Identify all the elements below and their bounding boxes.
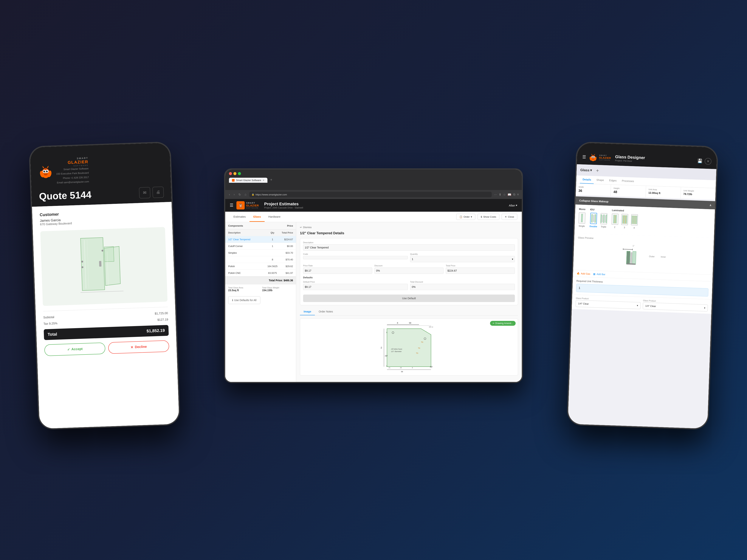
customer-section: Customer James Garcia 670 Gateway Boulev…	[40, 208, 165, 226]
svg-line-47	[80, 291, 124, 292]
traffic-red[interactable]	[229, 172, 232, 175]
gd-close-btn[interactable]: ✕	[704, 158, 712, 165]
drawing-area: ✏ Drawing Amend... 8 58	[300, 318, 518, 376]
gd-body: Glass ▾ + Details Shape Edges Processes	[568, 164, 716, 429]
use-default-button[interactable]: Use Default	[303, 295, 515, 302]
decline-button[interactable]: ✕ Decline	[108, 340, 170, 354]
igu-label: IGU	[590, 208, 608, 211]
nav-estimates[interactable]: Estimates	[230, 212, 250, 222]
dismiss-link[interactable]: ↩ Dismiss	[300, 226, 518, 229]
hamburger-icon[interactable]: ☰	[230, 203, 233, 208]
browser-tab-icon[interactable]: ⧉	[513, 193, 515, 196]
svg-rect-43	[104, 246, 114, 262]
close-button[interactable]: ✕ Close	[501, 214, 517, 220]
total-discount-value: 0%	[410, 284, 515, 290]
print-quote-btn[interactable]: 🖨	[152, 186, 164, 198]
gd-hamburger-icon[interactable]: ☰	[582, 155, 586, 160]
traffic-green[interactable]	[238, 172, 241, 175]
glass-preview-svg	[621, 247, 646, 267]
nav-forward-btn[interactable]: ›	[233, 192, 235, 197]
table-row[interactable]: Cutoff Corner 1 $0.00	[225, 243, 296, 249]
detail-form: Description 1/2" Clear Tempered Code	[300, 238, 518, 305]
table-row[interactable]: Simplex $33.70	[225, 249, 296, 256]
comp-qty-1: 1	[267, 245, 278, 247]
nav-hardware[interactable]: Hardware	[265, 212, 284, 222]
tab-close-icon[interactable]: ✕	[263, 179, 264, 182]
grid-icon: ▦	[593, 272, 596, 275]
qty-input[interactable]: 1 ▾	[410, 256, 515, 262]
quote-contact: Smart Glazier Software 150 Executive Par…	[56, 166, 89, 185]
new-tab-button[interactable]: +	[268, 177, 306, 183]
logo-owl-icon: 🦉	[236, 201, 244, 209]
browser-more-icon[interactable]: ⋯	[494, 193, 497, 196]
traffic-yellow[interactable]	[233, 172, 236, 175]
comp-qty-5: 83.9375	[267, 272, 278, 274]
gd-tab-details[interactable]: Details	[580, 176, 594, 184]
nav-home-btn[interactable]: ⌂	[244, 192, 247, 197]
gp2-select[interactable]: 1/4" Clear ▾	[643, 302, 708, 312]
quantity-field[interactable]: Quantity 1 ▾	[410, 253, 515, 262]
table-row[interactable]: Polish 164.5625 $29.62	[225, 263, 296, 270]
igu-items: Double	[590, 213, 607, 228]
glass-dropdown[interactable]: Glass ▾	[580, 168, 592, 172]
browser-share-icon[interactable]: ⬆	[499, 193, 501, 196]
add-bar-btn[interactable]: ▦ Add Bar	[593, 272, 605, 276]
comp-price-1: $0.00	[278, 245, 293, 247]
lam-2-option[interactable]: 2	[611, 213, 619, 229]
browser-bookmark-icon[interactable]: ☆	[503, 193, 506, 196]
gd-tab-shape[interactable]: Shape	[594, 176, 607, 184]
tab-order-notes[interactable]: Order Notes	[315, 308, 337, 315]
decline-label: Decline	[135, 345, 147, 349]
code-value	[303, 256, 408, 259]
lam-3-option[interactable]: 3	[621, 214, 628, 229]
use-defaults-btn[interactable]: ℹ Use Defaults for All	[228, 296, 260, 304]
table-row[interactable]: Polish CNC 83.9375 $41.97	[225, 270, 296, 276]
email-quote-btn[interactable]: ✉	[139, 187, 151, 198]
gp2-chevron-icon: ▾	[704, 306, 705, 309]
tab-image[interactable]: Image	[300, 308, 315, 315]
tablet-screen: Smart Glazier Software ✕ + ‹ › ↻ ⌂ 🔒 htt…	[225, 169, 522, 382]
app-header-right: Allan ▾	[509, 204, 517, 207]
browser-reader-icon[interactable]: 📖	[508, 193, 511, 196]
single-glass-option[interactable]: Single	[578, 212, 586, 228]
nav-back-btn[interactable]: ‹	[228, 192, 231, 197]
gd-tab-edges[interactable]: Edges	[607, 177, 619, 185]
table-row[interactable]: 8 $70.40	[225, 256, 296, 263]
lam-4-option[interactable]: 4	[630, 214, 638, 229]
unit-area-label: Unit Area	[648, 188, 678, 191]
order-button[interactable]: 📋 Order ▾	[456, 214, 475, 220]
svg-text:FP-C: FP-C	[429, 326, 433, 328]
drawing-amend-btn[interactable]: ✏ Drawing Amend...	[490, 321, 516, 326]
gp1-select[interactable]: 1/4" Clear ▾	[575, 300, 641, 309]
glass-area-stat: Total Glass Area 23.5sq ft	[228, 287, 259, 292]
dismiss-icon: ↩	[300, 226, 302, 229]
table-row[interactable]: 1/2" Clear Tempered 1 $224.67	[225, 236, 296, 243]
form-row-defaults: Default Price $9.17 Total Discount 0%	[303, 281, 515, 290]
user-menu-btn[interactable]: Allan ▾	[509, 204, 517, 207]
desc-label: Description	[303, 241, 515, 244]
makeup-options: Mono Single	[574, 205, 715, 238]
price-label: Price	[287, 224, 293, 227]
gd-tab-processes[interactable]: Processes	[619, 177, 637, 185]
double-glass-option[interactable]: Double	[590, 213, 598, 228]
comp-price-4: $29.62	[278, 265, 293, 268]
unit-weight-label: Unit Weight	[683, 189, 713, 193]
comp-price-2: $33.70	[278, 251, 293, 254]
qty-stepper-icon[interactable]: ▾	[512, 258, 513, 261]
browser-tab-active[interactable]: Smart Glazier Software ✕	[229, 178, 267, 183]
gd-save-icon[interactable]: 💾	[697, 158, 702, 163]
nav-refresh-btn[interactable]: ↻	[238, 192, 242, 197]
double-glass-icon	[590, 213, 597, 224]
url-bar[interactable]: 🔒 https://www.smartglazier.com	[249, 192, 491, 197]
svg-text:All holes have: All holes have	[391, 348, 402, 350]
add-gas-btn[interactable]: 🔥 Add Gas	[577, 272, 590, 275]
logo-software-text: SOFTWARE	[246, 207, 259, 209]
accept-button[interactable]: ✓ Accept	[44, 342, 105, 356]
show-costs-button[interactable]: $ Show Costs	[478, 214, 499, 220]
triple-glass-option[interactable]: Triple	[600, 213, 607, 228]
add-glass-btn[interactable]: +	[594, 167, 601, 174]
qty-input-value: 1	[412, 258, 413, 261]
nav-glass[interactable]: Glass	[250, 212, 265, 222]
price-rate-label: Price Rate	[303, 265, 372, 267]
browser-menu-icon[interactable]: ≡	[517, 193, 519, 196]
